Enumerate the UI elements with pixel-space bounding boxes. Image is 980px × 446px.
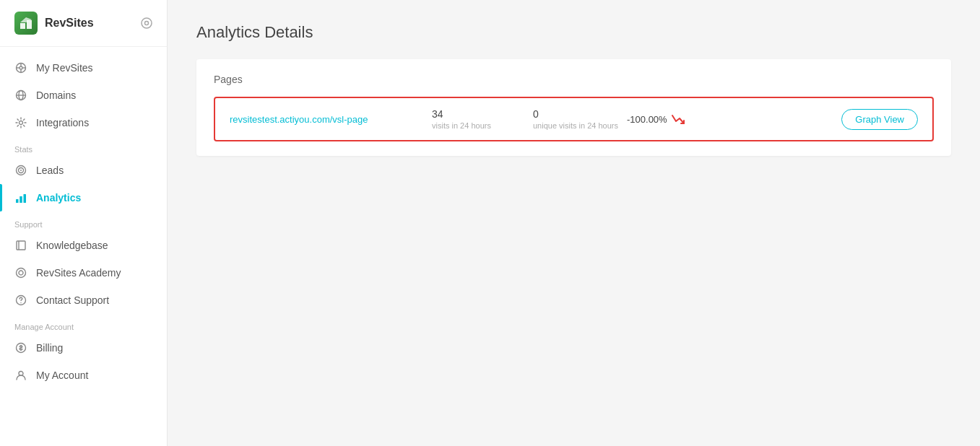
book-icon: [14, 239, 27, 252]
visits-label: visits in 24 hours: [432, 121, 519, 130]
unique-visits-label: unique visits in 24 hours: [533, 121, 620, 130]
sidebar-item-integrations[interactable]: Integrations: [0, 109, 167, 136]
change-stat: -100.00%: [620, 114, 706, 125]
page-url[interactable]: revsitestest.actiyou.com/vsl-page: [230, 114, 417, 125]
sidebar-item-label: Knowledgebase: [36, 240, 108, 251]
sidebar-item-revsites-academy[interactable]: RevSites Academy: [0, 259, 167, 287]
main-content: Analytics Details Pages revsitestest.act…: [168, 0, 980, 446]
svg-point-3: [142, 18, 152, 28]
svg-point-6: [19, 66, 22, 69]
svg-point-17: [20, 170, 22, 171]
sidebar-logo: RevSites: [14, 12, 94, 35]
sidebar-item-contact-support[interactable]: Contact Support: [0, 287, 167, 314]
sidebar-item-billing[interactable]: Billing: [0, 334, 167, 362]
gear-icon: [14, 116, 27, 129]
svg-rect-0: [20, 23, 25, 29]
academy-icon: [14, 266, 27, 279]
manage-section-label: Manage Account: [0, 314, 167, 334]
settings-icon[interactable]: [141, 17, 152, 29]
sidebar-nav: My RevSites Domains Integrations S: [0, 47, 167, 446]
sidebar-item-label: RevSites Academy: [36, 267, 121, 279]
svg-point-26: [20, 302, 21, 303]
support-section-label: Support: [0, 211, 167, 232]
svg-rect-20: [24, 194, 27, 203]
dollar-icon: [14, 341, 27, 354]
sidebar-item-label: Domains: [36, 89, 76, 101]
user-icon: [14, 369, 27, 382]
svg-rect-21: [17, 241, 25, 250]
change-value: -100.00%: [627, 114, 667, 125]
question-icon: [14, 294, 27, 307]
svg-point-24: [19, 271, 23, 275]
target-icon: [14, 164, 27, 177]
svg-rect-18: [16, 199, 19, 203]
sidebar-item-my-account[interactable]: My Account: [0, 362, 167, 389]
trend-down-icon: [672, 114, 685, 124]
logo-icon: [14, 12, 38, 35]
svg-point-4: [145, 22, 149, 25]
sidebar-item-knowledgebase[interactable]: Knowledgebase: [0, 232, 167, 259]
unique-visits-value: 0: [533, 108, 620, 120]
sidebar-item-label: Leads: [36, 165, 64, 176]
sidebar-item-leads[interactable]: Leads: [0, 157, 167, 184]
svg-point-14: [19, 121, 23, 125]
analytics-row: revsitestest.actiyou.com/vsl-page 34 vis…: [214, 97, 934, 141]
unique-visits-stat: 0 unique visits in 24 hours: [519, 108, 620, 130]
sidebar-item-label: Contact Support: [36, 294, 109, 306]
sidebar-item-label: Analytics: [36, 192, 81, 204]
sidebar: RevSites My RevSites: [0, 0, 168, 446]
sidebar-item-label: Billing: [36, 342, 63, 354]
bar-chart-icon: [14, 191, 27, 204]
graph-view-button[interactable]: Graph View: [841, 109, 918, 130]
sidebar-item-label: My RevSites: [36, 62, 93, 74]
sidebar-item-my-revsites[interactable]: My RevSites: [0, 54, 167, 82]
visits-value: 34: [432, 108, 519, 120]
sidebar-item-domains[interactable]: Domains: [0, 82, 167, 109]
analytics-card: Pages revsitestest.actiyou.com/vsl-page …: [196, 59, 951, 156]
app-name: RevSites: [45, 17, 94, 30]
svg-rect-19: [19, 196, 22, 203]
sidebar-header: RevSites: [0, 0, 167, 47]
visits-stat: 34 visits in 24 hours: [417, 108, 519, 130]
stats-section-label: Stats: [0, 136, 167, 157]
page-title: Analytics Details: [196, 23, 951, 42]
pages-section-label: Pages: [214, 74, 934, 85]
svg-point-23: [17, 268, 26, 278]
sidebar-item-label: Integrations: [36, 117, 89, 128]
sidebar-item-label: My Account: [36, 370, 88, 381]
globe-icon: [14, 89, 27, 102]
sidebar-item-analytics[interactable]: Analytics: [0, 184, 167, 211]
home-icon: [14, 61, 27, 74]
